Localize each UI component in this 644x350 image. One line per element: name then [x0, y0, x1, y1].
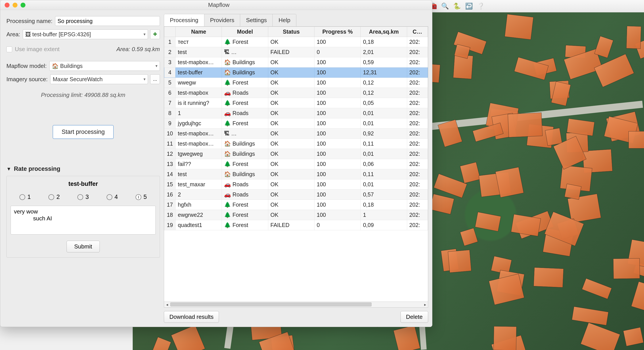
cell-area: 0,57 [361, 190, 407, 200]
cell-status: OK [268, 57, 314, 68]
scroll-right-icon[interactable]: ▸ [422, 302, 428, 307]
cell-name: quadtest1 [176, 220, 222, 230]
cell-area: 2,01 [361, 47, 407, 57]
cell-progress: 100 [314, 37, 361, 47]
cell-area: 0,01 [361, 149, 407, 159]
tab-bar: ProcessingProvidersSettingsHelp [164, 14, 296, 26]
proc-name-label: Processing name: [6, 18, 52, 25]
table-row[interactable]: 7 is it running? 🌲 Forest OK 100 0,05 20… [164, 98, 428, 108]
cell-model: 🌲 Forest [222, 159, 268, 169]
toolbar-icon[interactable]: ❔ [477, 2, 485, 10]
table-row[interactable]: 9 jygdujhgc 🌲 Forest OK 100 0,01 202: [164, 118, 428, 129]
tab-settings[interactable]: Settings [240, 14, 273, 26]
table-row[interactable]: 5 wwegw 🌲 Forest OK 100 0,12 202: [164, 78, 428, 88]
cell-progress: 100 [314, 108, 361, 118]
rating-option-2[interactable]: 2 [48, 194, 60, 200]
cell-area: 0,18 [361, 37, 407, 47]
cell-created: 202: [407, 220, 428, 230]
maximize-icon[interactable] [20, 3, 26, 8]
area-info: Area: 0.59 sq.km [116, 46, 160, 53]
cell-created: 202: [407, 57, 428, 68]
table-row[interactable]: 2 test 🏗 … FAILED 0 2,01 202: [164, 47, 428, 57]
cell-created: 202: [407, 88, 428, 98]
cell-area: 0,12 [361, 78, 407, 88]
table-row[interactable]: 4 test-buffer 🏠 Buildings OK 100 12,31 2… [164, 68, 428, 78]
download-results-button[interactable]: Download results [164, 311, 219, 323]
table-row[interactable]: 1 тест 🌲 Forest OK 100 0,18 202: [164, 37, 428, 47]
table-row[interactable]: 11 test-mapbox… 🏠 Buildings OK 100 0,11 … [164, 139, 428, 149]
table-row[interactable]: 16 2 🚗 Roads OK 100 0,57 202: [164, 190, 428, 200]
rate-header[interactable]: ▼ Rate processing [6, 165, 160, 172]
cell-progress: 100 [314, 129, 361, 139]
scrollbar-thumb[interactable] [170, 302, 372, 306]
table-row[interactable]: 14 test 🏠 Buildings OK 100 0,11 202: [164, 169, 428, 179]
cell-area: 0,05 [361, 98, 407, 108]
table-row[interactable]: 3 test-mapbox… 🏠 Buildings OK 100 0,59 2… [164, 57, 428, 68]
building-polygon [460, 228, 478, 246]
table-row[interactable]: 8 1 🚗 Roads OK 100 0,01 202: [164, 108, 428, 118]
processing-table[interactable]: NameModelStatusProgress %Area,sq.kmC… 1 … [164, 27, 428, 230]
horizontal-scrollbar[interactable]: ◂ ▸ [164, 301, 428, 307]
cell-progress: 100 [314, 179, 361, 190]
col-header[interactable]: Model [222, 27, 268, 37]
cell-created: 202: [407, 169, 428, 179]
cell-model: 🏠 Buildings [222, 169, 268, 179]
cell-progress: 100 [314, 210, 361, 220]
feedback-textarea[interactable] [10, 206, 156, 234]
row-number: 14 [164, 169, 176, 179]
table-row[interactable]: 10 test-mapbox… 🏗 … OK 100 0,92 202: [164, 129, 428, 139]
col-header[interactable]: Status [268, 27, 314, 37]
minimize-icon[interactable] [12, 3, 18, 8]
table-row[interactable]: 15 test_maxar 🚗 Roads OK 100 0,01 202: [164, 179, 428, 190]
row-number: 7 [164, 98, 176, 108]
table-wrap: NameModelStatusProgress %Area,sq.kmC… 1 … [164, 26, 428, 307]
start-processing-button[interactable]: Start processing [53, 125, 114, 139]
table-row[interactable]: 18 ewgrwe22 🌲 Forest OK 100 1 202: [164, 210, 428, 220]
add-area-button[interactable]: ✚ [150, 30, 160, 39]
toolbar-icon[interactable]: 🐍 [453, 2, 461, 10]
col-header[interactable]: Name [176, 27, 222, 37]
cell-created: 202: [407, 210, 428, 220]
submit-button[interactable]: Submit [66, 241, 100, 252]
table-row[interactable]: 6 test-mapbox 🚗 Roads OK 100 0,12 202: [164, 88, 428, 98]
table-row[interactable]: 19 quadtest1 🌲 Forest FAILED 0 0,09 202: [164, 220, 428, 230]
col-header[interactable]: Progress % [314, 27, 361, 37]
cell-progress: 100 [314, 98, 361, 108]
tab-processing[interactable]: Processing [164, 14, 204, 26]
table-row[interactable]: 17 hgfxh 🌲 Forest OK 100 0,18 202: [164, 200, 428, 210]
table-row[interactable]: 12 tgwegweg 🏠 Buildings OK 100 0,01 202: [164, 149, 428, 159]
imagery-more-button[interactable]: ... [150, 74, 160, 84]
cell-created: 202: [407, 78, 428, 88]
delete-button[interactable]: Delete [400, 311, 428, 323]
cell-model: 🚗 Roads [222, 88, 268, 98]
imagery-select[interactable]: Maxar SecureWatch ▾ [50, 74, 148, 84]
cell-progress: 100 [314, 57, 361, 68]
cell-created: 202: [407, 129, 428, 139]
chevron-down-icon: ▾ [144, 77, 146, 82]
model-select[interactable]: 🏠 Buildings ▾ [49, 61, 160, 71]
cell-area: 0,01 [361, 108, 407, 118]
titlebar[interactable]: Mapflow [0, 0, 432, 10]
rating-option-4[interactable]: 4 [106, 194, 118, 200]
tab-providers[interactable]: Providers [204, 14, 240, 26]
cell-progress: 100 [314, 78, 361, 88]
rating-option-3[interactable]: 3 [78, 194, 89, 200]
col-header[interactable]: Area,sq.km [361, 27, 407, 37]
toolbar-icon[interactable]: ↩️ [465, 2, 473, 10]
building-polygon [430, 194, 454, 215]
col-header[interactable] [164, 27, 176, 37]
tab-help[interactable]: Help [273, 14, 296, 26]
processing-limit: Processing limit: 49908.88 sq.km [6, 92, 160, 99]
toolbar-icon[interactable]: 🔍 [441, 2, 449, 10]
scroll-left-icon[interactable]: ◂ [164, 302, 170, 307]
close-icon[interactable] [5, 3, 10, 8]
table-row[interactable]: 13 fail?? 🌲 Forest OK 100 0,06 202: [164, 159, 428, 169]
model-select-value: 🏠 Buildings [52, 63, 82, 69]
area-select[interactable]: 🖼 test-buffer [EPSG:4326] ▾ [23, 30, 148, 39]
cell-status: FAILED [268, 220, 314, 230]
rating-option-1[interactable]: 1 [20, 194, 31, 200]
rating-option-5[interactable]: 5 [136, 194, 147, 200]
proc-name-input[interactable] [55, 16, 160, 26]
right-panel: ProcessingProvidersSettingsHelp NameMode… [164, 10, 432, 327]
col-header[interactable]: C… [407, 27, 428, 37]
